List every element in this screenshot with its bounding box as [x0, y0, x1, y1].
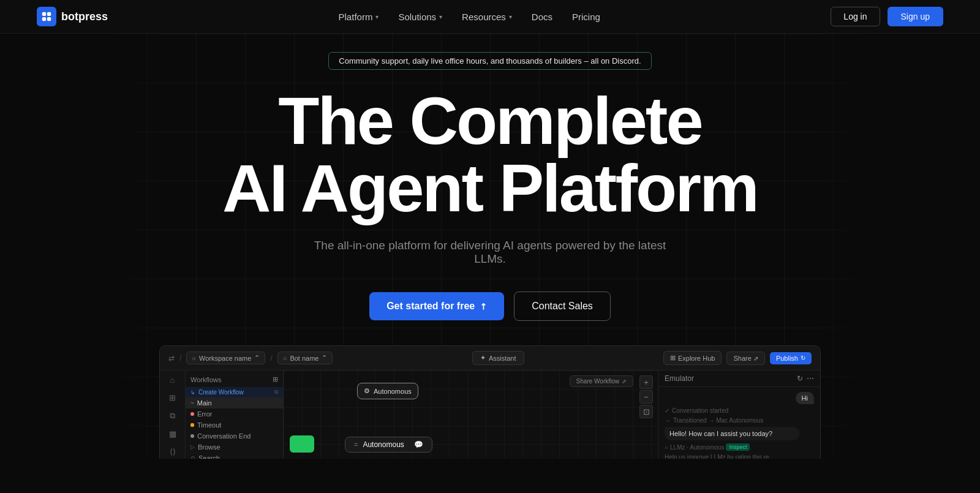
editor-preview: ⇄ / ○ Workspace name ⌃ / ○ Bot name ⌃ ✦ …: [159, 345, 821, 459]
add-workflow-icon[interactable]: ⊞: [273, 375, 278, 383]
hero-right-mask: [818, 34, 980, 459]
discord-banner[interactable]: Community support, daily live office hou…: [328, 52, 651, 70]
svg-rect-3: [47, 17, 51, 21]
llm-info: ○ LLMz · Autonomous Inspect: [665, 443, 814, 451]
hub-icon: ⊞: [670, 354, 676, 362]
logo-text: botpress: [61, 10, 108, 23]
nav-links: Platform ▾ Solutions ▾ Resources ▾ Docs …: [339, 12, 600, 22]
editor-canvas[interactable]: Share Workflow ⇗ + − ⊡ ⚙ Autonomous =: [284, 371, 658, 459]
share-button[interactable]: Share ⇗: [726, 352, 764, 365]
code-icon[interactable]: ⟨⟩: [165, 447, 180, 456]
workflow-item-timeout[interactable]: Timeout: [186, 420, 283, 431]
refresh-icon[interactable]: ↻: [797, 374, 803, 383]
workspace-chip[interactable]: ○ Workspace name ⌃: [186, 352, 265, 364]
zoom-in-button[interactable]: +: [639, 375, 653, 389]
chat-event-started: ✓ Conversation started: [665, 407, 814, 414]
hero-title: The Complete AI Agent Platform: [222, 87, 758, 222]
home-icon[interactable]: ⌂: [165, 375, 180, 385]
emulator-header: Emulator ↻ ⋯: [658, 371, 820, 387]
canvas-controls: + − ⊡: [639, 375, 653, 418]
hero-content: Community support, daily live office hou…: [153, 52, 827, 321]
bot-chip[interactable]: ○ Bot name ⌃: [277, 352, 333, 364]
refresh-icon: ↻: [801, 355, 805, 361]
share-icon: ⇄: [168, 354, 175, 363]
signup-button[interactable]: Sign up: [888, 7, 943, 26]
editor-body: ⌂ ⊞ ⧉ ▦ ⟨⟩ ⚓ Workflows ⊞ ↳ Create Workfl…: [160, 371, 820, 459]
hero-left-mask: [0, 34, 162, 459]
emulator-panel: Emulator ↻ ⋯ Hi ✓ Conversation started →…: [658, 371, 820, 459]
fit-view-button[interactable]: ⊡: [639, 405, 653, 418]
gear-icon: ⚙: [364, 387, 370, 395]
hero-buttons: Get started for free ↗ Contact Sales: [369, 292, 611, 321]
chat-event-transitioned: → Transitioned → Mac Autonomous: [665, 417, 814, 424]
sparkle-icon: ✦: [480, 354, 486, 362]
chat-bot-response: Hello! How can I assist you today?: [665, 427, 799, 440]
get-started-button[interactable]: Get started for free ↗: [369, 292, 504, 320]
share-workflow-button[interactable]: Share Workflow ⇗: [570, 375, 633, 387]
nav-docs[interactable]: Docs: [532, 12, 552, 22]
chevron-icon: ⌃: [322, 354, 327, 362]
inspect-badge[interactable]: Inspect: [726, 443, 750, 451]
nav-pricing[interactable]: Pricing: [572, 12, 600, 22]
table-icon[interactable]: ▦: [165, 429, 180, 438]
workflow-panel-header: Workflows ⊞: [186, 375, 283, 387]
share-icon: ⇗: [753, 355, 758, 362]
svg-rect-0: [42, 12, 46, 16]
bot-icon: ○: [283, 355, 287, 362]
workflow-item-create[interactable]: ↳ Create Workflow ⧉: [186, 387, 283, 397]
workflow-panel: Workflows ⊞ ↳ Create Workflow ⧉ ~ Main E…: [186, 371, 284, 459]
editor-icon-sidebar: ⌂ ⊞ ⧉ ▦ ⟨⟩ ⚓: [160, 371, 186, 459]
layers-icon[interactable]: ⧉: [165, 411, 180, 421]
info-icon: ○: [665, 444, 668, 451]
workspace-icon: ○: [192, 355, 196, 362]
login-button[interactable]: Log in: [831, 7, 880, 26]
svg-rect-1: [47, 12, 51, 16]
canvas-node-label[interactable]: = Autonomous 💬: [345, 437, 432, 453]
hero-section: Community support, daily live office hou…: [0, 34, 980, 459]
workflow-item-browse[interactable]: ▷ Browse: [186, 442, 283, 453]
logo-icon: [37, 7, 56, 26]
start-node: [290, 435, 314, 453]
message-icon: 💬: [414, 440, 423, 449]
chat-message-hi: Hi: [796, 392, 814, 404]
improve-text: Help us improve LLMz by rating this re..…: [665, 454, 814, 459]
chevron-down-icon: ▾: [509, 13, 512, 20]
nav-platform[interactable]: Platform ▾: [339, 12, 379, 22]
editor-topbar: ⇄ / ○ Workspace name ⌃ / ○ Bot name ⌃ ✦ …: [160, 346, 820, 371]
explore-hub-button[interactable]: ⊞ Explore Hub: [663, 351, 722, 365]
editor-topbar-right: ⊞ Explore Hub Share ⇗ Publish ↻: [663, 351, 812, 365]
zoom-out-button[interactable]: −: [639, 390, 653, 404]
svg-rect-2: [42, 17, 46, 21]
navbar: botpress Platform ▾ Solutions ▾ Resource…: [0, 0, 980, 34]
emulator-body: Hi ✓ Conversation started → Transitioned…: [658, 387, 820, 459]
assistant-button[interactable]: ✦ Assistant: [472, 351, 524, 365]
hero-subtitle: The all-in-one platform for delivering A…: [306, 239, 674, 266]
check-icon: ✓: [665, 407, 669, 414]
contact-sales-button[interactable]: Contact Sales: [514, 292, 611, 321]
copy-icon: ⧉: [274, 389, 278, 396]
arrow-icon: →: [665, 417, 671, 424]
grid-icon[interactable]: ⊞: [165, 393, 180, 402]
nav-resources[interactable]: Resources ▾: [462, 12, 512, 22]
workflow-item-conversation-end[interactable]: Conversation End: [186, 431, 283, 442]
nav-solutions[interactable]: Solutions ▾: [398, 12, 442, 22]
workflow-item-error[interactable]: Error: [186, 408, 283, 420]
chevron-down-icon: ▾: [375, 13, 379, 20]
logo[interactable]: botpress: [37, 7, 108, 26]
publish-button[interactable]: Publish ↻: [770, 352, 812, 364]
plus-icon: ↳: [190, 390, 195, 396]
canvas-node-autonomous-top[interactable]: ⚙ Autonomous: [357, 383, 418, 399]
nav-actions: Log in Sign up: [831, 7, 943, 26]
chevron-icon: ⌃: [254, 354, 260, 362]
external-link-icon: ⇗: [622, 378, 627, 385]
editor-topbar-left: ⇄ / ○ Workspace name ⌃ / ○ Bot name ⌃: [168, 352, 333, 364]
workflow-item-main[interactable]: ~ Main: [186, 397, 283, 408]
more-icon[interactable]: ⋯: [807, 374, 814, 383]
chevron-down-icon: ▾: [439, 13, 442, 20]
arrow-icon: ↗: [477, 300, 489, 312]
editor-topbar-center: ✦ Assistant: [472, 351, 524, 365]
workflow-item-search[interactable]: ⊙ Search: [186, 453, 283, 459]
